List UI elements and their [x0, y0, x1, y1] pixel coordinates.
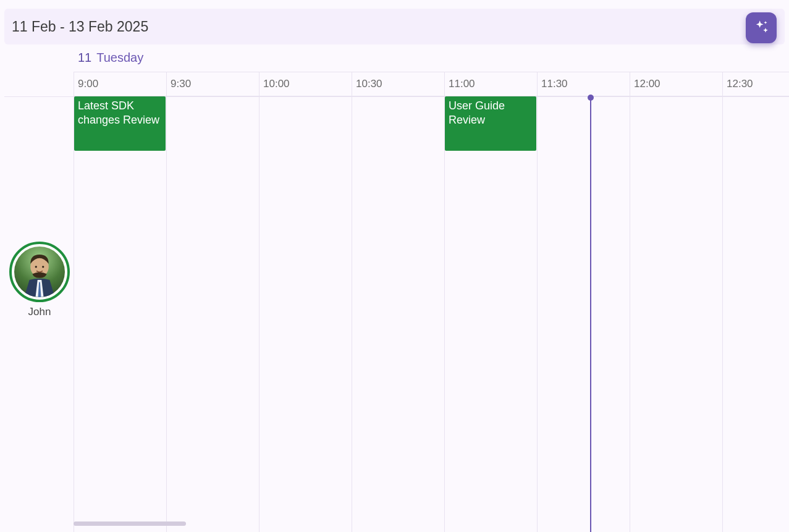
grid-column[interactable]: [444, 96, 537, 532]
horizontal-scrollbar[interactable]: [74, 521, 186, 526]
avatar[interactable]: [9, 242, 70, 302]
resource-name: John: [9, 306, 70, 318]
grid-column[interactable]: [352, 96, 444, 532]
day-name: Tuesday: [96, 51, 143, 65]
grid-column[interactable]: [166, 96, 259, 532]
time-slot: 10:00: [259, 72, 352, 96]
timeline-grid[interactable]: [74, 96, 789, 532]
svg-point-3: [42, 266, 44, 268]
time-slot: 9:30: [166, 72, 259, 96]
time-slot: 12:30: [722, 72, 789, 96]
resource-row-header: John: [9, 242, 70, 318]
time-slot: 11:30: [537, 72, 630, 96]
event-title: User Guide Review: [449, 99, 505, 126]
sparkle-icon: [753, 19, 770, 36]
time-slot: 10:30: [352, 72, 444, 96]
svg-point-2: [35, 266, 37, 268]
day-number: 11: [78, 51, 91, 65]
avatar-image: [14, 247, 65, 297]
grid-column[interactable]: [537, 96, 630, 532]
time-axis: 9:00 9:30 10:00 10:30 11:00 11:30 12:00 …: [74, 72, 789, 96]
grid-column[interactable]: [259, 96, 352, 532]
date-range-text: 11 Feb - 13 Feb 2025: [12, 19, 148, 35]
time-slot: 11:00: [444, 72, 537, 96]
time-slot: 12:00: [630, 72, 722, 96]
grid-column[interactable]: [722, 96, 789, 532]
ai-sparkle-button[interactable]: [746, 12, 777, 43]
day-header: 11 Tuesday: [78, 51, 143, 65]
grid-column[interactable]: [74, 96, 166, 532]
current-time-dot: [588, 95, 594, 101]
event-sdk-review[interactable]: Latest SDK changes Review: [74, 96, 166, 151]
current-time-indicator: [590, 96, 591, 532]
date-range-header: 11 Feb - 13 Feb 2025: [4, 9, 785, 44]
event-title: Latest SDK changes Review: [78, 99, 159, 126]
time-slot: 9:00: [74, 72, 166, 96]
event-user-guide-review[interactable]: User Guide Review: [445, 96, 536, 151]
grid-column[interactable]: [630, 96, 722, 532]
